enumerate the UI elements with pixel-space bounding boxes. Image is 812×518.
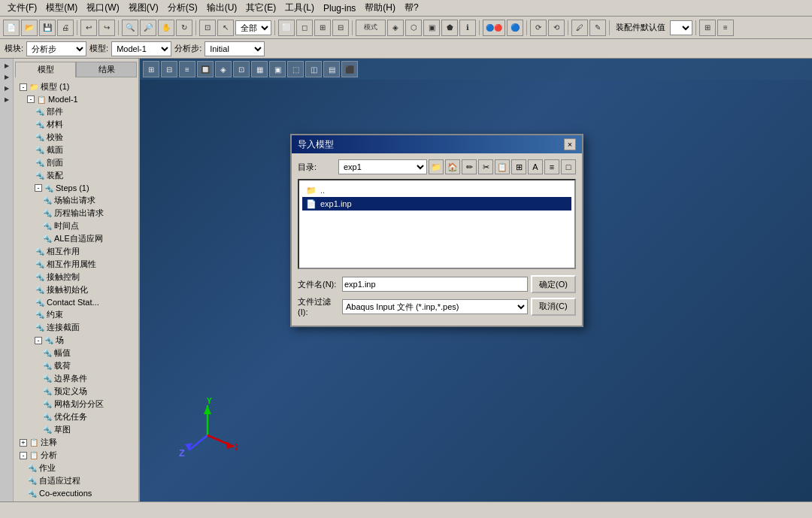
tree-item-contact-stat[interactable]: 🔩 Contact Stat...	[15, 296, 137, 308]
tree-item-mesh-partition[interactable]: 🔩 网格划分分区	[15, 398, 137, 410]
tree-item-optim-process[interactable]: 🔩 优化进程	[15, 499, 137, 501]
tree-item-annotations[interactable]: + 📋 注释	[15, 436, 137, 449]
tree-item-interaction-prop[interactable]: 🔩 相互作用属性	[15, 258, 137, 271]
tab-model[interactable]: 模型	[15, 62, 76, 77]
tb-btn12[interactable]: 🔵	[507, 20, 523, 36]
model-select[interactable]: Model-1	[111, 41, 171, 56]
save-btn[interactable]: 💾	[39, 20, 56, 36]
tb-btn5[interactable]: 模式	[356, 20, 386, 36]
viewport[interactable]: ⊞ ⊟ ≡ 🔲 ◈ ⊡ ▦ ▣ ⬚ ◫ ▤ ⬛	[140, 59, 812, 501]
menu-other[interactable]: 其它(E)	[241, 0, 280, 16]
new-btn[interactable]: 📄	[3, 20, 20, 36]
tree-item-co-exec[interactable]: 🔩 Co-executions	[15, 487, 137, 499]
zoom-out-btn[interactable]: 🔎	[140, 20, 156, 36]
tb-btn3[interactable]: ⊞	[314, 20, 331, 36]
expand-field[interactable]: -	[35, 337, 42, 344]
tree-item-job[interactable]: 🔩 作业	[15, 462, 137, 474]
lp-icon3[interactable]: ▶	[2, 83, 12, 93]
expand-models[interactable]: -	[20, 83, 27, 91]
menu-file[interactable]: 文件(F)	[3, 0, 41, 16]
tree-item-hist-output[interactable]: 🔩 历程输出请求	[15, 207, 137, 220]
tree-item-material[interactable]: 🔩 材料	[15, 118, 137, 131]
vp-btn10[interactable]: ◫	[305, 61, 322, 77]
tree-item-contact-init[interactable]: 🔩 接触初始化	[15, 283, 137, 296]
menu-view[interactable]: 视图(V)	[124, 0, 163, 16]
tb-btn14[interactable]: ⟲	[548, 20, 565, 36]
zoom-in-btn[interactable]: 🔍	[122, 20, 138, 36]
analysis-select[interactable]: Initial	[205, 41, 265, 56]
dir-home-btn[interactable]: 🏠	[445, 159, 460, 174]
directory-select[interactable]: exp1	[338, 159, 427, 174]
tb-btn16[interactable]: ✎	[589, 20, 606, 36]
confirm-button[interactable]: 确定(O)	[531, 275, 576, 293]
vp-btn6[interactable]: ⊡	[233, 61, 250, 77]
expand-model1[interactable]: -	[27, 95, 35, 103]
vp-btn9[interactable]: ⬚	[287, 61, 304, 77]
tree-item-parts[interactable]: 🔩 部件	[15, 105, 137, 118]
tb-btn1[interactable]: ⬜	[278, 20, 295, 36]
expand-annotations[interactable]: +	[20, 439, 27, 447]
dir-preview-btn[interactable]: □	[561, 159, 576, 174]
lp-icon1[interactable]: ▶	[2, 60, 12, 71]
tree-item-ale[interactable]: 🔩 ALE自适应网	[15, 232, 137, 245]
tree-item-conn-section[interactable]: 🔩 连接截面	[15, 321, 137, 334]
pan-btn[interactable]: ✋	[158, 20, 174, 36]
tree-item-adaptive[interactable]: 🔩 自适应过程	[15, 474, 137, 487]
tree-item-verify[interactable]: 🔩 校验	[15, 131, 137, 144]
tree-item-load[interactable]: 🔩 载荷	[15, 359, 137, 372]
menu-model[interactable]: 模型(M)	[41, 0, 82, 16]
tree-item-bc[interactable]: 🔩 边界条件	[15, 372, 137, 385]
menu-plugins[interactable]: Plug-ins	[319, 2, 360, 15]
tb-btn18[interactable]: ≡	[717, 20, 734, 36]
tree-item-field[interactable]: - 🔩 场	[15, 334, 137, 347]
vp-btn4[interactable]: 🔲	[197, 61, 214, 77]
undo-btn[interactable]: ↩	[80, 20, 97, 36]
rotate-btn[interactable]: ↻	[176, 20, 192, 36]
menu-analysis[interactable]: 分析(S)	[163, 0, 202, 16]
vp-btn1[interactable]: ⊞	[143, 61, 159, 77]
tb-btn6[interactable]: ◈	[387, 20, 404, 36]
tb-btn4[interactable]: ⊟	[332, 20, 349, 36]
tb-btn13[interactable]: ⟳	[530, 20, 547, 36]
dialog-close-button[interactable]: ×	[564, 138, 576, 150]
menu-help2[interactable]: 帮?	[400, 0, 423, 16]
vp-btn5[interactable]: ◈	[215, 61, 232, 77]
tb-btn9[interactable]: ⬟	[441, 20, 458, 36]
vp-btn11[interactable]: ▤	[323, 61, 340, 77]
tb-btn10[interactable]: ℹ	[459, 20, 476, 36]
dir-up-btn[interactable]: 📁	[429, 159, 444, 174]
redo-btn[interactable]: ↪	[98, 20, 115, 36]
dir-view1-btn[interactable]: ⊞	[511, 159, 526, 174]
dir-view2-btn[interactable]: A	[528, 159, 543, 174]
module-select[interactable]: 分析步	[26, 41, 86, 56]
tree-item-section[interactable]: 🔩 截面	[15, 144, 137, 156]
lp-icon2[interactable]: ▶	[2, 71, 12, 82]
file-area[interactable]: 📁 .. 📄 exp1.inp	[298, 179, 576, 269]
fit-btn[interactable]: ⊡	[199, 20, 216, 36]
open-btn[interactable]: 📂	[21, 20, 38, 36]
dir-scissors-btn[interactable]: ✂	[478, 159, 493, 174]
tree-item-models[interactable]: - 📁 模型 (1)	[15, 80, 137, 93]
tb-btn15[interactable]: 🖊	[571, 20, 588, 36]
menu-help[interactable]: 帮助(H)	[360, 0, 400, 16]
tab-results[interactable]: 结果	[76, 62, 137, 77]
assembly-select[interactable]	[670, 20, 692, 35]
tree-item-constraints[interactable]: 🔩 约束	[15, 308, 137, 321]
vp-btn12[interactable]: ⬛	[341, 61, 358, 77]
lp-icon4[interactable]: ▶	[2, 94, 12, 105]
filter-select[interactable]: Abaqus Input 文件 (*.inp,*.pes)	[342, 299, 528, 314]
vp-btn2[interactable]: ⊟	[161, 61, 177, 77]
file-item-exp1inp[interactable]: 📄 exp1.inp	[302, 197, 571, 211]
tree-item-amplitude[interactable]: 🔩 幅值	[15, 347, 137, 359]
tree-item-interaction[interactable]: 🔩 相互作用	[15, 245, 137, 258]
tb-btn8[interactable]: ▣	[423, 20, 440, 36]
tb-btn11[interactable]: 🔵🔴	[483, 20, 505, 36]
tree-item-analysis[interactable]: - 📋 分析	[15, 449, 137, 462]
vp-btn3[interactable]: ≡	[179, 61, 195, 77]
tree-item-predef[interactable]: 🔩 预定义场	[15, 385, 137, 398]
expand-steps[interactable]: -	[35, 184, 42, 192]
tree-item-sketch[interactable]: 🔩 草图	[15, 423, 137, 436]
menu-viewport[interactable]: 视口(W)	[82, 0, 123, 16]
tree-item-assembly[interactable]: 🔩 装配	[15, 169, 137, 182]
print-btn[interactable]: 🖨	[57, 20, 74, 36]
